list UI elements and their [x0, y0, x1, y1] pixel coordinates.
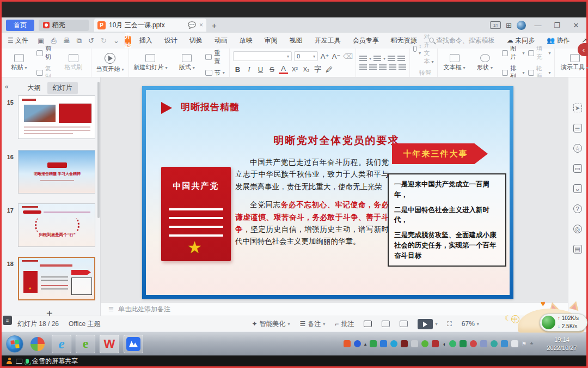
- theme-name[interactable]: Office 主题: [64, 319, 105, 329]
- close-window-button[interactable]: ✕: [569, 21, 583, 29]
- decrease-indent-icon[interactable]: [388, 56, 395, 61]
- tray-icon[interactable]: [390, 340, 397, 347]
- menu-start[interactable]: 开始: [125, 35, 131, 47]
- shapes-button[interactable]: 形状 ▾: [471, 54, 499, 71]
- play-current-button[interactable]: 当页开始 ▾: [95, 53, 125, 73]
- network-signal-icon[interactable]: ᯤ: [530, 341, 535, 347]
- taskbar-browser-icon[interactable]: e: [76, 335, 95, 353]
- paste-button[interactable]: 粘贴 ▾: [5, 54, 33, 71]
- clear-format-icon[interactable]: ⌫: [343, 52, 352, 61]
- banner-arrow[interactable]: 十年来三件大事: [392, 143, 488, 164]
- menu-view[interactable]: 视图: [284, 36, 309, 45]
- format-painter-button[interactable]: 格式刷: [59, 54, 88, 71]
- highlight-button[interactable]: 🖉: [324, 65, 334, 74]
- text-direction-icon[interactable]: [413, 46, 416, 52]
- tab-slides[interactable]: 幻灯片: [47, 82, 78, 94]
- slide-17-thumbnail[interactable]: 归根到底是两个“行”: [18, 203, 95, 247]
- command-search-input[interactable]: 查找命令、搜索模板: [423, 36, 501, 45]
- apps-grid-icon[interactable]: ⊞: [506, 21, 512, 29]
- preview-icon[interactable]: ⧉: [74, 37, 85, 45]
- tray-icon[interactable]: [344, 340, 351, 347]
- bullet-list-icon[interactable]: [359, 56, 367, 61]
- undo-icon[interactable]: ↺: [85, 37, 97, 45]
- new-slide-button[interactable]: 新建幻灯片 ▾: [132, 54, 169, 71]
- panel-scrollbar[interactable]: [97, 82, 100, 218]
- underline-button[interactable]: U: [256, 65, 265, 74]
- minimize-button[interactable]: —: [531, 21, 545, 29]
- text-effect-button[interactable]: 字: [313, 64, 322, 74]
- slideshow-button[interactable]: ▾: [413, 319, 442, 329]
- collaborate-button[interactable]: 👥 协作: [541, 36, 575, 45]
- more-quick-icon[interactable]: ⌄: [110, 37, 122, 45]
- navigate-icon[interactable]: ◎: [573, 225, 582, 233]
- menu-insert[interactable]: 插入: [133, 36, 158, 45]
- strikethrough-button[interactable]: S: [267, 65, 277, 74]
- tray-icon[interactable]: [411, 340, 418, 347]
- reference-book-icon[interactable]: ▤: [573, 245, 582, 254]
- restore-button[interactable]: ❐: [550, 21, 564, 29]
- sync-status[interactable]: ☁ 未同步: [501, 36, 541, 45]
- notes-area[interactable]: ☰ 单击此处添加备注: [101, 302, 568, 316]
- tray-icon[interactable]: [370, 340, 377, 347]
- menu-devtools[interactable]: 开发工具: [309, 36, 347, 45]
- picture-button[interactable]: 图片 ▾: [502, 45, 525, 61]
- layout-button[interactable]: 版式 ▾: [172, 54, 202, 71]
- present-tools-button[interactable]: 演示工具 ▾: [558, 54, 588, 71]
- superscript-button[interactable]: X²: [290, 66, 299, 73]
- menu-member[interactable]: 会员专享: [347, 36, 385, 45]
- tray-icon[interactable]: [460, 340, 467, 347]
- smart-beautify-button[interactable]: ✦ 智能美化 ▾: [247, 319, 295, 329]
- party-book-graphic[interactable]: 中国共产党 ★: [161, 167, 231, 261]
- tray-icon[interactable]: [449, 340, 456, 347]
- slide-16-thumbnail[interactable]: 明晰报告精髓 学习大会精神: [18, 150, 95, 194]
- network-speed-widget[interactable]: ↑ 102K/s ↓ 2.5K/s: [540, 313, 587, 331]
- menu-animation[interactable]: 动画: [209, 36, 234, 45]
- zoom-level[interactable]: 67% ▾: [457, 320, 484, 328]
- increase-indent-icon[interactable]: [397, 56, 405, 61]
- settings-sliders-icon[interactable]: ⚌: [573, 124, 582, 132]
- tray-icon[interactable]: [511, 340, 518, 347]
- three-events-box[interactable]: 一是迎来中国共产党成立一百周年， 二是中国特色社会主义进入新时代， 三是完成脱贫…: [388, 173, 506, 267]
- tab-outline[interactable]: 大纲: [24, 82, 44, 94]
- tray-expand-icon[interactable]: ▴: [364, 341, 367, 347]
- font-name-select[interactable]: ▾: [233, 51, 292, 61]
- comment-bubble-icon[interactable]: 💬: [188, 21, 196, 29]
- tray-icon[interactable]: [421, 340, 428, 347]
- bold-button[interactable]: B: [233, 65, 242, 74]
- decrease-font-icon[interactable]: A⁻: [332, 52, 341, 61]
- help-icon[interactable]: ?: [573, 204, 582, 213]
- redo-icon[interactable]: ↻: [97, 37, 110, 45]
- tab-home[interactable]: 首页: [6, 20, 34, 31]
- volume-icon[interactable]: ◖: [442, 341, 446, 347]
- sorter-view-icon[interactable]: [377, 321, 395, 327]
- new-tab-button[interactable]: +: [212, 21, 217, 30]
- tray-icon[interactable]: [380, 340, 387, 347]
- slide-section-header[interactable]: 明晰报告精髓: [181, 101, 240, 113]
- send-rocket-icon[interactable]: ➤: [573, 104, 582, 112]
- slide-15-thumbnail[interactable]: [18, 95, 95, 139]
- start-button[interactable]: [6, 335, 23, 353]
- slide-18-thumbnail[interactable]: ★: [18, 257, 95, 300]
- align-left-icon[interactable]: [359, 64, 367, 70]
- taskbar-meeting-icon[interactable]: [124, 335, 143, 353]
- fill-button[interactable]: 填充 ▾: [528, 45, 551, 61]
- side-collapse-red-tab[interactable]: ‹: [578, 43, 588, 56]
- increase-font-icon[interactable]: A⁺: [320, 52, 329, 61]
- slide-body-textbox[interactable]: 中国共产党已走过百年奋斗历程。我们党立志于中华民族千秋伟业，致力于人类和平与发展…: [235, 156, 389, 248]
- menu-transition[interactable]: 切换: [183, 36, 209, 45]
- tab-document[interactable]: P 10月 三会一课.pptx 💬 ×: [94, 19, 206, 32]
- editing-canvas[interactable]: 明晰报告精髓 明晰党对全体党员的要求 十年来三件大事 中国共产党 ★ 中国共产党…: [101, 77, 568, 302]
- tray-icon[interactable]: [401, 340, 408, 347]
- italic-button[interactable]: I: [244, 65, 254, 74]
- tray-icon[interactable]: [480, 340, 487, 347]
- tray-icon[interactable]: [354, 340, 361, 347]
- reset-button[interactable]: 重置: [205, 49, 226, 65]
- distribute-icon[interactable]: [399, 64, 406, 70]
- screen-layout-icon[interactable]: ▭: [573, 164, 582, 173]
- menu-file[interactable]: ☰ 文件: [2, 36, 34, 45]
- menu-review[interactable]: 审阅: [259, 36, 284, 45]
- align-right-icon[interactable]: [379, 64, 387, 70]
- tray-icon[interactable]: [501, 340, 508, 347]
- font-size-select[interactable]: 0▾: [294, 51, 318, 61]
- comments-button[interactable]: ⌐ 批注: [330, 319, 359, 329]
